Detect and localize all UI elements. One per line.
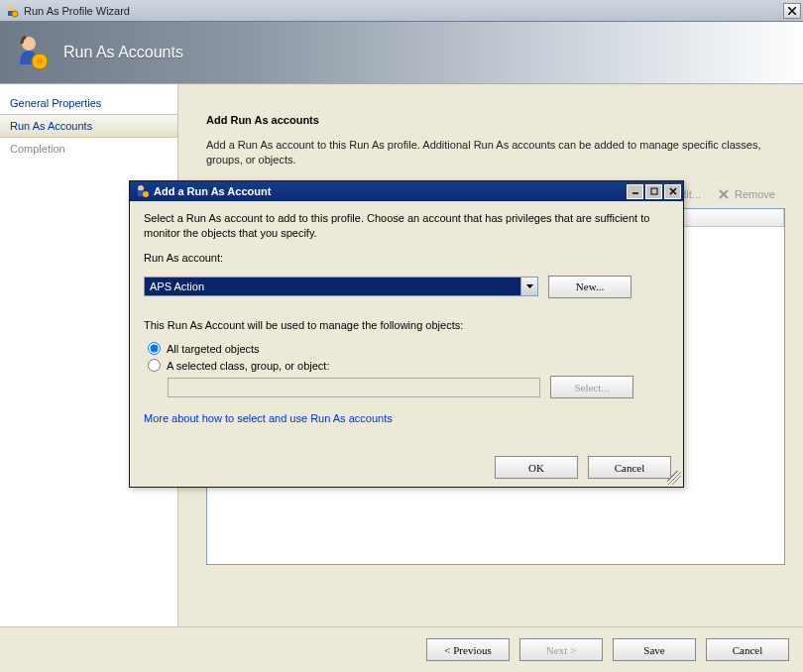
radio-selected-label: A selected class, group, or object:	[167, 360, 329, 372]
sidebar-item-label: General Properties	[10, 97, 101, 109]
svg-point-7	[37, 58, 43, 64]
next-button: Next >	[519, 638, 603, 661]
window-title: Run As Profile Wizard	[24, 5, 783, 17]
new-account-button[interactable]: New...	[548, 276, 631, 298]
header-title: Run As Accounts	[63, 44, 183, 61]
maximize-icon	[650, 187, 658, 195]
minimize-button[interactable]	[627, 184, 643, 199]
remove-icon	[717, 187, 731, 201]
selected-object-input	[168, 378, 540, 397]
app-icon	[4, 3, 20, 19]
sidebar-item-completion: Completion	[0, 138, 177, 160]
dialog-titlebar: Add a Run As Account	[130, 181, 683, 201]
dialog-footer: OK Cancel	[130, 450, 683, 487]
combobox-arrow[interactable]	[520, 278, 537, 295]
sidebar-item-label: Run As Accounts	[10, 120, 92, 132]
account-label: Run As account:	[144, 251, 669, 266]
radio-all-label: All targeted objects	[167, 343, 260, 355]
remove-button: Remove	[711, 185, 781, 203]
ok-button[interactable]: OK	[495, 456, 578, 479]
svg-rect-18	[138, 190, 144, 196]
close-icon	[788, 7, 796, 15]
close-icon	[669, 187, 677, 195]
cancel-button[interactable]: Cancel	[706, 638, 789, 661]
account-value: APS Action	[145, 278, 520, 295]
radio-selected-class[interactable]: A selected class, group, or object:	[148, 359, 669, 372]
resize-grip[interactable]	[667, 471, 681, 485]
dialog-close-button[interactable]	[664, 184, 681, 199]
svg-point-2	[12, 11, 18, 17]
page-heading: Add Run As accounts	[206, 114, 785, 126]
sidebar-item-label: Completion	[10, 143, 65, 155]
previous-button[interactable]: < Previous	[426, 638, 510, 661]
svg-marker-24	[526, 284, 533, 288]
sidebar-item-general[interactable]: General Properties	[0, 92, 177, 114]
account-combobox[interactable]: APS Action	[144, 277, 538, 296]
minimize-icon	[631, 187, 639, 195]
svg-point-19	[143, 191, 149, 197]
dialog-intro: Select a Run As account to add to this p…	[144, 211, 669, 241]
dialog-body: Select a Run As account to add to this p…	[130, 201, 683, 450]
radio-all-targeted[interactable]: All targeted objects	[148, 342, 669, 355]
page-description: Add a Run As account to this Run As prof…	[206, 138, 785, 168]
wizard-footer: < Previous Next > Save Cancel	[0, 626, 803, 672]
sidebar-item-runas[interactable]: Run As Accounts	[0, 114, 177, 138]
select-object-button: Select...	[550, 376, 633, 398]
scope-intro: This Run As Account will be used to mana…	[144, 318, 669, 333]
maximize-button[interactable]	[645, 184, 662, 199]
wizard-header: Run As Accounts	[0, 22, 803, 84]
save-button[interactable]: Save	[613, 638, 696, 661]
chevron-down-icon	[526, 284, 533, 288]
dialog-title: Add a Run As Account	[154, 185, 625, 197]
close-button[interactable]	[783, 3, 801, 19]
dialog-icon	[134, 183, 150, 199]
radio-selected-input[interactable]	[148, 359, 161, 372]
dialog-cancel-button[interactable]: Cancel	[588, 456, 671, 479]
radio-all-input[interactable]	[148, 342, 161, 355]
help-link[interactable]: More about how to select and use Run As …	[144, 412, 393, 424]
user-gear-icon	[12, 33, 52, 72]
remove-label: Remove	[735, 188, 775, 200]
window-titlebar: Run As Profile Wizard	[0, 0, 803, 22]
svg-rect-21	[651, 188, 657, 194]
add-account-dialog: Add a Run As Account Select a Run As acc…	[129, 180, 684, 488]
